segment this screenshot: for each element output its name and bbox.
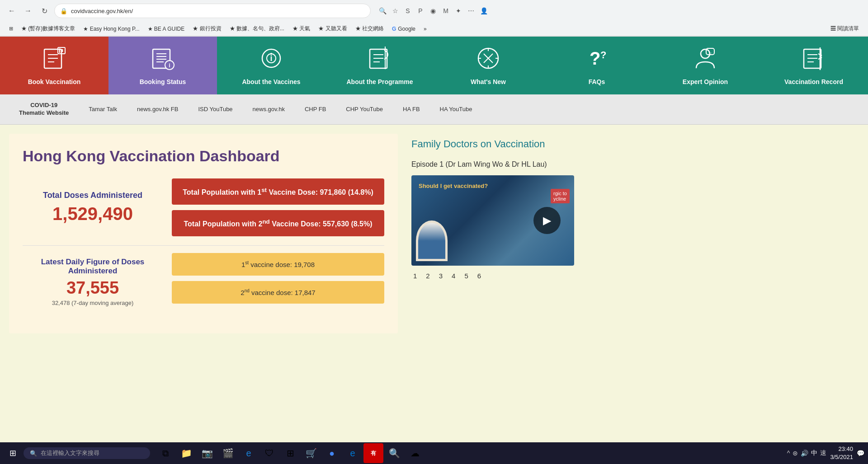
right-panel: Family Doctors on Vaccination Episode 1 …: [411, 134, 859, 334]
bookmark-3[interactable]: ★ BE A GUIDE: [144, 24, 189, 33]
svg-text:i: i: [270, 54, 272, 63]
subnav-ha-fb[interactable]: HA FB: [393, 98, 430, 120]
nav-whats-new[interactable]: What's New: [434, 37, 542, 94]
bookmark-8[interactable]: ★ 社交網絡: [352, 23, 387, 34]
reading-list[interactable]: ☰ 閱讀清單: [827, 23, 863, 34]
url-text: covidvaccine.gov.hk/en/: [71, 8, 133, 14]
bookmark-more[interactable]: »: [420, 24, 430, 33]
video-background: Should I get vaccinated? ▶ rgic toycline: [411, 175, 574, 266]
booking-status-icon: i: [150, 46, 175, 75]
daily-doses-avg: 32,478 (7-day moving average): [52, 300, 134, 306]
daily-dose1-text: 1st vaccine dose: 19,708: [241, 261, 315, 268]
whats-new-icon: [476, 46, 501, 75]
nav-vaccination-record[interactable]: Vaccination Record: [760, 37, 868, 94]
family-doctors-title: Family Doctors on Vaccination: [411, 138, 859, 150]
subnav-isd-youtube[interactable]: ISD YouTube: [188, 98, 242, 120]
forward-button[interactable]: →: [22, 5, 34, 17]
edge-icon[interactable]: ◉: [429, 6, 438, 15]
subnav-chp-youtube-label: CHP YouTube: [346, 106, 383, 112]
content-area: Hong Kong Vaccination Dashboard Total Do…: [0, 125, 868, 343]
bookmark-1[interactable]: ★ (暫存)數據博客文章: [18, 23, 79, 34]
nav-faqs[interactable]: ? ? FAQs: [542, 37, 651, 94]
nav-booking-status[interactable]: i Booking Status: [108, 37, 217, 94]
expert-opinion-icon: ...: [693, 46, 718, 75]
allergic-label: rgic toycline: [551, 189, 570, 203]
vaccination-record-icon: [801, 46, 826, 75]
total-doses-value: 1,529,490: [52, 204, 133, 224]
pinterest-icon[interactable]: P: [416, 6, 425, 15]
bookmark-google[interactable]: G Google: [388, 24, 419, 33]
pop-1st-dose-box: Total Population with 1st Vaccine Dose: …: [172, 178, 384, 205]
bookmark-apps[interactable]: ⊞: [5, 24, 17, 33]
page-1[interactable]: 1: [411, 271, 419, 281]
back-button[interactable]: ←: [5, 5, 18, 17]
subnav-covid19[interactable]: COVID-19Thematic Website: [9, 94, 79, 124]
dashboard-section: Hong Kong Vaccination Dashboard Total Do…: [9, 134, 398, 334]
bookmark-icon[interactable]: ☆: [391, 6, 400, 15]
page-2[interactable]: 2: [424, 271, 431, 281]
profile-icon[interactable]: 👤: [479, 6, 488, 15]
play-button-overlay: ▶: [533, 207, 561, 234]
video-thumbnail[interactable]: Should I get vaccinated? ▶ rgic toycline: [411, 175, 574, 266]
gmail-icon[interactable]: M: [441, 6, 450, 15]
lock-icon: 🔒: [60, 8, 67, 14]
page-6[interactable]: 6: [476, 271, 483, 281]
subnav-tamar-talk[interactable]: Tamar Talk: [79, 98, 127, 120]
nav-about-vaccines[interactable]: i About the Vaccines: [217, 37, 326, 94]
skype-icon[interactable]: S: [403, 6, 412, 15]
expert-opinion-label: Expert Opinion: [683, 78, 728, 85]
play-icon[interactable]: ▶: [533, 207, 561, 234]
faqs-icon: ? ?: [584, 46, 609, 75]
page-3[interactable]: 3: [437, 271, 444, 281]
total-doses-left: Total Doses Administered 1,529,490: [23, 178, 163, 237]
subnav-newsgov-fb-label: news.gov.hk FB: [137, 106, 179, 112]
nav-about-programme[interactable]: About the Programme: [326, 37, 434, 94]
ext-icon[interactable]: ✦: [454, 6, 463, 15]
address-bar[interactable]: 🔒 covidvaccine.gov.hk/en/: [54, 4, 371, 18]
nav-expert-opinion[interactable]: ... Expert Opinion: [651, 37, 760, 94]
bookmark-6[interactable]: ★ 天氣: [289, 23, 314, 34]
nav-book-vaccination[interactable]: Book Vaccination: [0, 37, 108, 94]
menu-icon[interactable]: ⋯: [467, 6, 476, 15]
about-programme-label: About the Programme: [346, 78, 413, 85]
apps-icon: ⊞: [9, 26, 13, 32]
svg-text:?: ?: [600, 49, 606, 61]
subnav-ha-fb-label: HA FB: [403, 106, 420, 112]
browser-icons: 🔍 ☆ S P ◉ M ✦ ⋯ 👤: [378, 6, 488, 15]
pop-2nd-dose-text: Total Population with 2nd Vaccine Dose: …: [184, 220, 372, 228]
subnav-tamar-talk-label: Tamar Talk: [89, 106, 117, 112]
bookmark-7[interactable]: ★ 又聽又看: [315, 23, 350, 34]
svg-text:i: i: [169, 62, 170, 69]
daily-doses-row: Latest Daily Figure of Doses Administere…: [23, 253, 384, 311]
about-programme-icon: [367, 46, 392, 75]
bookmark-5[interactable]: ★ 數據、名句、政府...: [226, 23, 288, 34]
dashboard-title: Hong Kong Vaccination Dashboard: [23, 147, 384, 165]
subnav-chp-fb-label: CHP FB: [305, 106, 326, 112]
bookmark-2[interactable]: ★ Easy Hong Kong P...: [80, 24, 143, 33]
subnav-covid19-label: COVID-19Thematic Website: [19, 102, 69, 116]
about-vaccines-icon: i: [259, 46, 284, 75]
daily-dose2-box: 2nd vaccine dose: 17,847: [172, 281, 384, 304]
main-navigation: Book Vaccination i Booking Status i: [0, 37, 868, 94]
faqs-label: FAQs: [589, 78, 605, 85]
page-5[interactable]: 5: [462, 271, 470, 281]
bookmarks-bar: ⊞ ★ (暫存)數據博客文章 ★ Easy Hong Kong P... ★ B…: [0, 22, 868, 36]
subnav-newsgov-label: news.gov.hk: [253, 106, 285, 112]
daily-dose2-text: 2nd vaccine dose: 17,847: [241, 289, 315, 296]
subnav-chp-youtube[interactable]: CHP YouTube: [336, 98, 393, 120]
page-4[interactable]: 4: [450, 271, 457, 281]
browser-chrome: ← → ↻ 🔒 covidvaccine.gov.hk/en/ 🔍 ☆ S P …: [0, 0, 868, 37]
subnav-newsgov-fb[interactable]: news.gov.hk FB: [127, 98, 189, 120]
book-vaccination-icon: [42, 46, 67, 75]
subnav-newsgov[interactable]: news.gov.hk: [243, 98, 295, 120]
subnav-chp-fb[interactable]: CHP FB: [295, 98, 336, 120]
total-doses-label: Total Doses Administered: [43, 191, 142, 200]
search-icon[interactable]: 🔍: [378, 6, 387, 15]
daily-doses-right: 1st vaccine dose: 19,708 2nd vaccine dos…: [172, 253, 384, 311]
svg-text:...: ...: [708, 49, 712, 54]
bookmark-4[interactable]: ★ 銀行投資: [189, 23, 225, 34]
subnav-isd-youtube-label: ISD YouTube: [198, 106, 232, 112]
doctor-figure: [416, 220, 448, 261]
refresh-button[interactable]: ↻: [38, 5, 51, 17]
subnav-ha-youtube[interactable]: HA YouTube: [430, 98, 482, 120]
